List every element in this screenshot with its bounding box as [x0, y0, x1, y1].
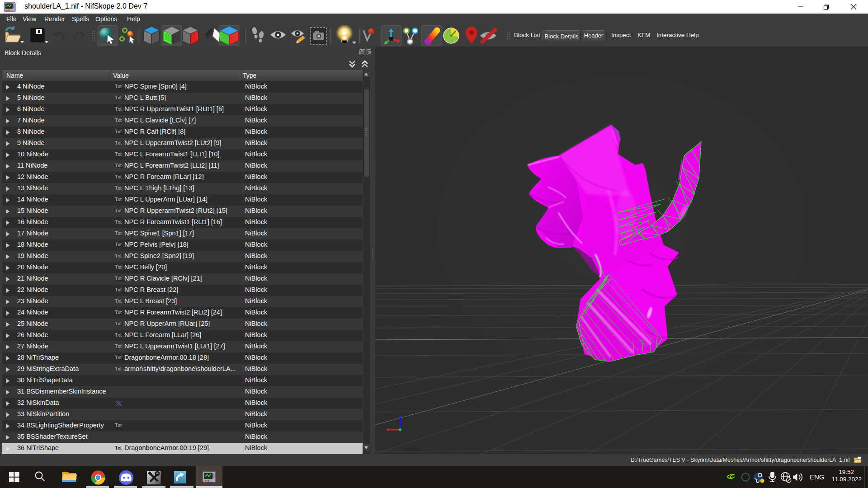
svg-text:19:52: 19:52 — [839, 469, 854, 475]
svg-text:ENG: ENG — [810, 473, 825, 481]
svg-text:11.09.2022: 11.09.2022 — [831, 476, 862, 483]
